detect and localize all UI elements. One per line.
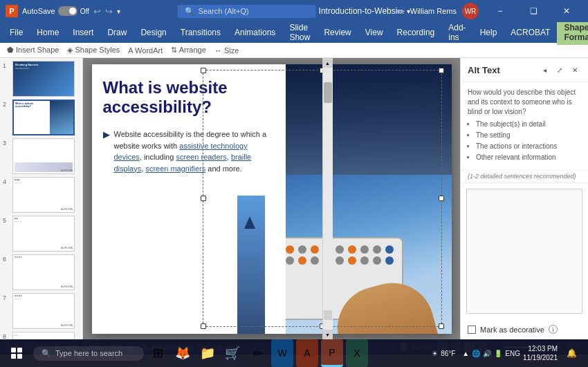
tab-transitions[interactable]: Transitions bbox=[174, 25, 228, 40]
file-menu-icon[interactable]: ▾ bbox=[407, 8, 410, 15]
clock[interactable]: 12:03 PM 11/19/2021 bbox=[523, 344, 558, 362]
dot bbox=[336, 256, 344, 265]
panel-bullet-4: Other relevant information bbox=[476, 153, 581, 162]
panel-close-button[interactable]: ✕ bbox=[569, 64, 581, 76]
slide-thumb-8[interactable]: 8 □ □ AURORA bbox=[3, 332, 80, 339]
slide-thumb-7[interactable]: 7 text text — — — AURORA bbox=[3, 293, 80, 329]
tab-design[interactable]: Design bbox=[134, 25, 173, 40]
maximize-button[interactable]: ❑ bbox=[517, 0, 549, 22]
start-button[interactable] bbox=[3, 339, 30, 367]
taskbar-icon-widgets[interactable]: ⊞ bbox=[147, 339, 169, 367]
slide-image-4[interactable]: ■ ■ ■ — — — AURORA bbox=[12, 177, 75, 213]
tray-battery-icon[interactable]: 🔋 bbox=[494, 350, 502, 357]
minimize-button[interactable]: − bbox=[484, 0, 516, 22]
slide-thumb-1[interactable]: 1 Breaking Barriers Introduction to... bbox=[3, 61, 80, 97]
tab-addins[interactable]: Add-ins bbox=[441, 20, 472, 45]
scroll-adjust[interactable] bbox=[324, 310, 332, 320]
taskbar-icon-editor1[interactable]: ✏ bbox=[246, 339, 268, 367]
slide-thumb-3[interactable]: 3 AURORA bbox=[3, 138, 80, 174]
search-box[interactable]: 🔍 Search (Alt+Q) bbox=[178, 5, 316, 18]
slide-image-7[interactable]: text text — — — AURORA bbox=[12, 293, 75, 329]
slide-image-6[interactable]: text text AURORA bbox=[12, 254, 75, 290]
close-button[interactable]: ✕ bbox=[551, 0, 582, 22]
user-name: William Rems bbox=[410, 7, 457, 15]
tray-up-arrow[interactable]: ▲ bbox=[462, 350, 469, 357]
file-name: Introduction-to-Websi... bbox=[319, 6, 405, 16]
tab-review[interactable]: Review bbox=[317, 25, 358, 40]
system-tray: ▲ 🌐 🔊 🔋 ENG bbox=[462, 350, 520, 357]
taskbar-icon-powerpoint[interactable]: P bbox=[321, 339, 343, 367]
notification-button[interactable]: 🔔 bbox=[560, 339, 582, 367]
shape-styles-icon[interactable]: ◈ Shape Styles bbox=[67, 46, 120, 55]
slide-image-5[interactable]: ■ ■ — — — AURORA bbox=[12, 216, 75, 252]
powerpoint-icon: P bbox=[6, 5, 18, 17]
window-controls: − ❑ ✕ bbox=[484, 0, 582, 22]
slide-thumb-4[interactable]: 4 ■ ■ ■ — — — AURORA bbox=[3, 177, 80, 213]
tab-animations[interactable]: Animations bbox=[228, 25, 282, 40]
link-magnifiers[interactable]: screen magnifiers bbox=[145, 164, 205, 173]
slide-thumb-6[interactable]: 6 text text AURORA bbox=[3, 254, 80, 290]
dot bbox=[385, 245, 394, 254]
panel-bullet-1: The subject(s) in detail bbox=[476, 120, 581, 129]
ribbon-commands: ⬟ Insert Shape ◈ Shape Styles A WordArt … bbox=[0, 43, 588, 58]
insert-shape-icon[interactable]: ⬟ Insert Shape bbox=[7, 46, 59, 55]
slide-image-8[interactable]: □ □ AURORA bbox=[12, 332, 75, 339]
canvas-area: ⊕ bbox=[83, 58, 460, 339]
slide-num-7: 7 bbox=[3, 293, 10, 301]
slide-title: What is website accessibility? bbox=[103, 78, 275, 118]
tray-network-icon[interactable]: 🌐 bbox=[472, 350, 480, 357]
dot bbox=[373, 256, 381, 265]
panel-back-button[interactable]: ◂ bbox=[538, 64, 551, 76]
search-placeholder: Search (Alt+Q) bbox=[199, 7, 249, 15]
panel-expand-button[interactable]: ⤢ bbox=[553, 64, 566, 76]
taskbar-search-bar[interactable]: 🔍 Type here to search bbox=[33, 346, 144, 361]
alt-text-textarea[interactable] bbox=[466, 189, 582, 314]
taskbar-icon-firefox[interactable]: 🦊 bbox=[172, 339, 194, 367]
vertical-scrollbar[interactable]: ▲ ▼ bbox=[322, 58, 332, 339]
taskbar-icon-excel[interactable]: X bbox=[346, 339, 368, 367]
taskbar-search-placeholder: Type here to search bbox=[55, 349, 122, 357]
undo-icon[interactable]: ↩ bbox=[93, 6, 101, 17]
redo-icon[interactable]: ↪ bbox=[105, 6, 113, 17]
slide-panel: 1 Breaking Barriers Introduction to... 2… bbox=[0, 58, 83, 339]
weather-area[interactable]: ☀ 86°F bbox=[428, 350, 459, 357]
slide-image-1[interactable]: Breaking Barriers Introduction to... bbox=[12, 61, 75, 97]
scroll-up-button[interactable]: ▲ bbox=[323, 58, 333, 68]
tab-recording[interactable]: Recording bbox=[390, 25, 442, 40]
tab-view[interactable]: View bbox=[358, 25, 390, 40]
slide-thumb-5[interactable]: 5 ■ ■ — — — AURORA bbox=[3, 216, 80, 252]
slide-num-2: 2 bbox=[3, 100, 10, 108]
slide-thumb-2[interactable]: 2 What is website accessibility? bbox=[3, 100, 80, 135]
tab-home[interactable]: Home bbox=[30, 25, 66, 40]
taskbar-icon-files[interactable]: 📁 bbox=[196, 339, 219, 367]
mark-decorative-checkbox[interactable] bbox=[468, 326, 476, 334]
panel-bullets: The subject(s) in detail The setting The… bbox=[476, 120, 581, 162]
tab-slideshow[interactable]: Slide Show bbox=[282, 20, 317, 45]
tray-sound-icon[interactable]: 🔊 bbox=[483, 350, 491, 357]
autosave-toggle[interactable] bbox=[58, 6, 77, 16]
panel-bullet-2: The setting bbox=[476, 131, 581, 140]
slide-canvas[interactable]: What is website accessibility? ▶ Website… bbox=[92, 64, 452, 334]
mark-decorative-info-icon[interactable]: i bbox=[549, 325, 558, 334]
scroll-down-button[interactable]: ▼ bbox=[323, 330, 333, 339]
scroll-thumb[interactable] bbox=[324, 82, 332, 103]
taskbar-app-icons: 🦊 📁 🛒 ✏ W A P X bbox=[172, 339, 368, 367]
tab-file[interactable]: File bbox=[3, 25, 30, 40]
wordart-icon[interactable]: A WordArt bbox=[128, 46, 163, 55]
taskbar-icon-app1[interactable]: W bbox=[271, 339, 293, 367]
dot bbox=[348, 256, 356, 265]
tab-help[interactable]: Help bbox=[473, 25, 504, 40]
tab-draw[interactable]: Draw bbox=[100, 25, 134, 40]
tab-insert[interactable]: Insert bbox=[66, 25, 100, 40]
tab-acrobat[interactable]: ACROBAT bbox=[504, 25, 557, 40]
customize-icon[interactable]: ▾ bbox=[117, 8, 120, 15]
tab-shape-format[interactable]: Shape Format bbox=[557, 20, 588, 45]
taskbar-icon-app2[interactable]: A bbox=[296, 339, 318, 367]
size-icon[interactable]: ↔ Size bbox=[214, 46, 239, 55]
slide-image-2[interactable]: What is website accessibility? bbox=[12, 100, 75, 135]
link-screen-readers[interactable]: screen readers bbox=[176, 153, 226, 161]
slide-image-3[interactable]: AURORA bbox=[12, 138, 75, 174]
taskbar-icon-store[interactable]: 🛒 bbox=[221, 339, 244, 367]
mark-decorative-label: Mark as decorative bbox=[480, 326, 544, 334]
arrange-icon[interactable]: ⇅ Arrange bbox=[171, 46, 206, 55]
